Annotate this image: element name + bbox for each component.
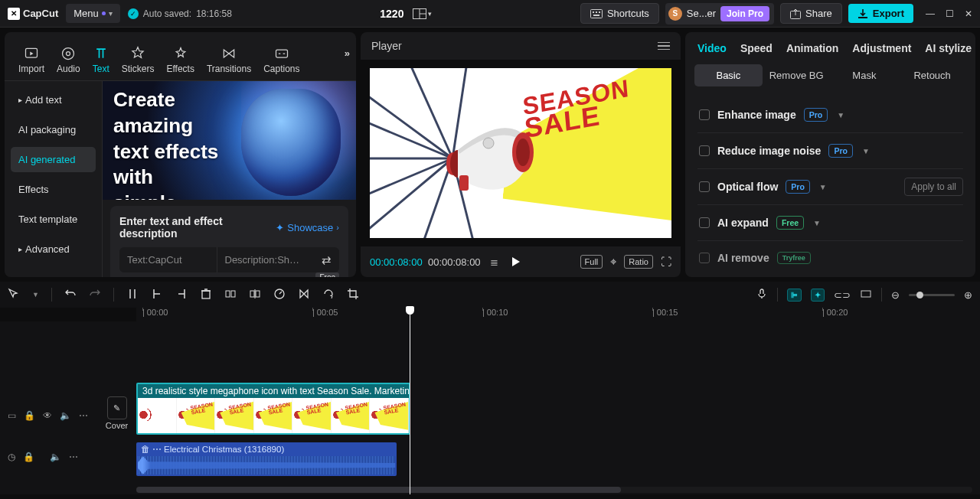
tab-text[interactable]: Text [87, 41, 116, 80]
minimize-button[interactable]: — [926, 8, 935, 19]
sidebar-item-text-template[interactable]: Text template [11, 207, 96, 232]
showcase-link[interactable]: ✦Showcase› [276, 222, 339, 233]
focus-icon[interactable]: ⌖ [610, 255, 616, 269]
link-button[interactable]: ⊂⊃ [834, 289, 851, 301]
time-ruler[interactable]: |00:00 |00:05 |00:10 |00:15 |00:20 [136, 308, 980, 321]
sidebar-item-ai-generated[interactable]: AI generated [11, 147, 96, 172]
export-button[interactable]: Export [848, 4, 913, 23]
props-tab-animation[interactable]: Animation [786, 42, 838, 54]
monitor-icon[interactable]: ▭ [8, 410, 16, 421]
apply-to-all-button[interactable]: Apply to all [904, 178, 963, 196]
checkbox[interactable] [699, 109, 710, 120]
checkbox[interactable] [699, 145, 710, 156]
zoom-slider[interactable] [909, 294, 955, 296]
crop-button[interactable] [347, 288, 359, 302]
player-menu-icon[interactable] [658, 42, 670, 51]
eye-icon[interactable]: 👁 [43, 410, 52, 421]
tab-effects[interactable]: Effects [160, 41, 200, 80]
close-button[interactable]: ✕ [965, 8, 972, 19]
slip-button[interactable] [224, 288, 237, 302]
full-button[interactable]: Full [580, 255, 603, 269]
pointer-tool[interactable] [8, 288, 20, 302]
zoom-in-button[interactable]: ⊕ [964, 289, 972, 301]
mirror-button[interactable] [298, 288, 310, 302]
trim-left-button[interactable] [151, 288, 163, 302]
checkbox[interactable] [699, 217, 710, 228]
credits-count[interactable]: 1220 [380, 8, 403, 20]
preview-toggle[interactable] [860, 288, 872, 302]
checkbox[interactable] [699, 181, 710, 192]
prompt-desc-input[interactable]: Description:Sh… [217, 247, 315, 272]
play-button[interactable] [512, 257, 520, 266]
trim-right-button[interactable] [175, 288, 188, 302]
tracks-area[interactable]: 3d realistic style megaphone icon with t… [130, 321, 980, 494]
tab-captions[interactable]: Captions [257, 41, 305, 80]
timeline[interactable]: ▭ 🔒 👁 🔈 ⋯ ◷ 🔒 🔈 ⋯ ✎ Cover 3d realistic s… [0, 321, 980, 494]
prop-optical-flow[interactable]: Optical flow Pro ▼ Apply to all [697, 169, 963, 205]
share-button[interactable]: Share [780, 3, 842, 24]
magnet-toggle[interactable]: ✦ [811, 289, 825, 302]
layout-button[interactable]: ▾ [413, 8, 432, 19]
mute-icon[interactable]: 🔈 [50, 452, 61, 462]
zoom-out-button[interactable]: ⊖ [891, 289, 900, 301]
undo-button[interactable] [64, 288, 77, 302]
chevron-down-icon[interactable]: ▼ [837, 111, 844, 119]
clock-icon[interactable]: ◷ [8, 452, 15, 462]
subtab-basic[interactable]: Basic [694, 64, 763, 86]
pointer-menu[interactable]: ▼ [32, 291, 39, 298]
sidebar-item-effects[interactable]: Effects [11, 177, 96, 202]
playhead[interactable] [410, 308, 410, 494]
player-viewport[interactable]: SEASON SALE [361, 60, 681, 246]
maximize-button[interactable]: ☐ [946, 8, 954, 19]
audio-clip[interactable]: 🗑⋯Electrical Christmas (1316890) [136, 442, 397, 476]
playlist-icon[interactable]: ≣ [490, 256, 498, 268]
props-tab-ai-stylize[interactable]: AI stylize [925, 42, 972, 54]
props-tab-adjustment[interactable]: Adjustment [852, 42, 911, 54]
split-button[interactable] [126, 288, 139, 302]
sidebar-item-add-text[interactable]: ▸Add text [11, 87, 96, 113]
redo-button[interactable] [89, 288, 101, 302]
account-button[interactable]: S Se...er Join Pro [665, 3, 774, 24]
props-tab-video[interactable]: Video [697, 42, 727, 54]
lock-icon[interactable]: 🔒 [24, 410, 35, 421]
chevron-down-icon[interactable]: ▼ [862, 147, 870, 155]
cover-button[interactable]: ✎ Cover [103, 321, 130, 494]
chevron-down-icon[interactable]: ▼ [813, 219, 821, 227]
fullscreen-icon[interactable]: ⛶ [661, 256, 671, 268]
more-icon[interactable]: ⋯ [69, 452, 78, 462]
more-tabs-button[interactable]: » [345, 47, 350, 59]
tab-stickers[interactable]: Stickers [116, 41, 161, 80]
delete-button[interactable] [200, 288, 212, 302]
prop-ai-remove[interactable]: AI remove Tryfree [697, 241, 963, 275]
tab-audio[interactable]: Audio [51, 41, 87, 80]
tab-transitions[interactable]: Transitions [201, 41, 257, 80]
tab-import[interactable]: Import [12, 41, 51, 80]
prop-enhance-image[interactable]: Enhance image Pro ▼ [697, 97, 963, 133]
subtab-retouch[interactable]: Retouch [898, 64, 966, 86]
subtab-mask[interactable]: Mask [831, 64, 899, 86]
lock-icon[interactable]: 🔒 [23, 452, 34, 462]
video-clip[interactable]: 3d realistic style megaphone icon with t… [136, 383, 410, 435]
sidebar-item-advanced[interactable]: ▸Advanced [11, 236, 96, 262]
shuffle-button[interactable]: ⇄ [314, 253, 339, 267]
subtab-remove-bg[interactable]: Remove BG [763, 64, 831, 86]
rotate-button[interactable] [322, 288, 335, 302]
chevron-down-icon[interactable]: ▼ [819, 183, 827, 191]
more-icon[interactable]: ⋯ [79, 410, 88, 421]
speed-tool-button[interactable] [273, 288, 286, 302]
join-pro-badge[interactable]: Join Pro [720, 6, 769, 21]
crop-split-button[interactable] [249, 288, 261, 302]
props-tab-speed[interactable]: Speed [740, 42, 773, 54]
snap-toggle[interactable]: ⊫ [787, 289, 802, 302]
mute-icon[interactable]: 🔈 [60, 410, 71, 421]
prompt-text-input[interactable]: Text:CapCut [119, 247, 217, 272]
timeline-scrollbar[interactable] [136, 487, 972, 493]
ratio-button[interactable]: Ratio [624, 255, 653, 269]
shortcuts-button[interactable]: Shortcuts [580, 3, 659, 24]
sidebar-item-ai-packaging[interactable]: AI packaging [11, 117, 96, 142]
mic-button[interactable] [756, 288, 768, 302]
prop-reduce-noise[interactable]: Reduce image noise Pro ▼ [697, 133, 963, 169]
menu-button[interactable]: Menu ▾ [66, 4, 120, 23]
prop-ai-expand[interactable]: AI expand Free ▼ [697, 205, 963, 241]
checkbox[interactable] [699, 253, 710, 263]
